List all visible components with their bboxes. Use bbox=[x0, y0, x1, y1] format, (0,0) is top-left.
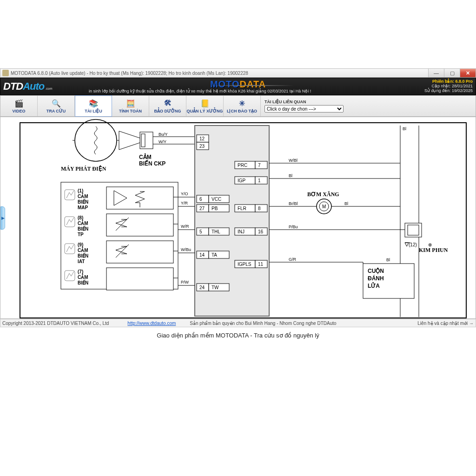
window-titlebar: MOTODATA 6.8.0 (Auto live update) - Ho t… bbox=[0, 68, 476, 78]
related-select[interactable]: Click o day de chon ---> bbox=[264, 105, 344, 112]
svg-rect-27 bbox=[197, 195, 209, 203]
svg-text:IGPLS: IGPLS bbox=[238, 262, 251, 267]
svg-text:W/Y: W/Y bbox=[159, 139, 166, 144]
svg-text:W/R: W/R bbox=[181, 224, 189, 229]
svg-text:G/R: G/R bbox=[289, 257, 297, 262]
svg-text:Br/Bl: Br/Bl bbox=[289, 201, 298, 206]
svg-line-6 bbox=[119, 143, 140, 150]
status-license: Sản phẩm bản quyền cho Bui Minh Hang - N… bbox=[190, 321, 336, 326]
diagram-viewport[interactable]: ▶ MÁY PHÁT ĐIỆN Bu/Y W/Y CẢMBIẾN CKP bbox=[0, 117, 476, 319]
svg-text:5: 5 bbox=[199, 229, 202, 234]
svg-text:W/Bl: W/Bl bbox=[289, 158, 298, 163]
toolbar-icon: 🧮 bbox=[126, 99, 136, 108]
svg-line-5 bbox=[119, 131, 140, 138]
svg-text:11: 11 bbox=[258, 262, 264, 267]
svg-rect-79 bbox=[408, 225, 419, 235]
toolbar-video[interactable]: 🎬VIDEO bbox=[0, 96, 38, 116]
svg-rect-8 bbox=[141, 134, 145, 147]
window-title: MOTODATA 6.8.0 (Auto live update) - Ho t… bbox=[11, 71, 428, 76]
svg-text:6: 6 bbox=[199, 197, 202, 202]
toolbar-quản-lý-xưởng[interactable]: 📒QUẢN LÝ XƯỞNG bbox=[186, 96, 224, 116]
svg-rect-25 bbox=[255, 177, 267, 184]
svg-text:Bl: Bl bbox=[344, 201, 348, 206]
svg-text:TA: TA bbox=[212, 252, 217, 258]
svg-text:P/Bu: P/Bu bbox=[289, 225, 298, 229]
toolbar-icon: 📒 bbox=[200, 99, 210, 108]
toolbar-tài-liệu[interactable]: 📚TÀI LIỆU bbox=[75, 95, 112, 117]
svg-rect-39 bbox=[197, 228, 209, 235]
svg-rect-37 bbox=[255, 205, 267, 212]
toolbar-tra-cứu[interactable]: 🔍TRA CỨU bbox=[38, 96, 75, 116]
status-copyright: Copyright 2013-2021 DTDAUTO VIETNAM Co.,… bbox=[2, 321, 109, 326]
image-caption: Giao diện phần mềm MOTODATA - Tra cứu sơ… bbox=[0, 327, 476, 344]
label-generator: MÁY PHÁT ĐIỆN bbox=[61, 165, 106, 172]
svg-text:Y/O: Y/O bbox=[181, 192, 188, 196]
svg-text:⊗: ⊗ bbox=[428, 242, 432, 247]
svg-text:M: M bbox=[322, 204, 326, 209]
close-button[interactable]: ✕ bbox=[460, 69, 476, 77]
toolbar-icon: 🛠 bbox=[163, 99, 173, 108]
svg-rect-91 bbox=[106, 214, 173, 236]
svg-text:P/W: P/W bbox=[181, 280, 189, 284]
toolbar-lịch-đào-tạo[interactable]: ✳LỊCH ĐÀO TẠO bbox=[224, 96, 261, 116]
svg-rect-21 bbox=[255, 161, 267, 169]
status-url[interactable]: http://www.dtdauto.com bbox=[127, 321, 176, 326]
main-toolbar: 🎬VIDEO🔍TRA CỨU📚TÀI LIỆU🧮TÍNH TOÁN🛠BẢO DƯ… bbox=[0, 95, 476, 117]
svg-text:PB: PB bbox=[212, 206, 218, 211]
svg-rect-95 bbox=[106, 241, 173, 263]
svg-text:Bl: Bl bbox=[403, 126, 406, 131]
banner-subtitle: in sinh lớp bồi dưỡng kỹ thuật sửa chữa … bbox=[89, 89, 311, 93]
svg-text:FLR: FLR bbox=[238, 206, 246, 211]
svg-rect-99 bbox=[106, 268, 173, 290]
svg-text:14: 14 bbox=[199, 252, 205, 258]
svg-text:CẢMBIẾN CKP: CẢMBIẾN CKP bbox=[139, 153, 165, 167]
wiring-diagram: MÁY PHÁT ĐIỆN Bu/Y W/Y CẢMBIẾN CKP 1223P… bbox=[0, 117, 476, 319]
svg-text:PRC: PRC bbox=[238, 163, 247, 168]
svg-text:27: 27 bbox=[199, 206, 205, 211]
brand-logo: DTDAuto.com bbox=[3, 80, 52, 93]
minimize-button[interactable]: — bbox=[428, 69, 444, 77]
svg-text:12: 12 bbox=[199, 136, 205, 141]
toolbar-icon: 🎬 bbox=[14, 99, 24, 108]
svg-text:W/Bu: W/Bu bbox=[181, 247, 191, 252]
svg-text:24: 24 bbox=[199, 285, 205, 290]
svg-text:7: 7 bbox=[258, 163, 261, 168]
svg-text:THL: THL bbox=[212, 229, 220, 234]
app-icon bbox=[2, 70, 9, 76]
svg-text:1: 1 bbox=[258, 178, 261, 183]
svg-text:INJ: INJ bbox=[238, 229, 245, 234]
svg-text:VCC: VCC bbox=[212, 197, 221, 202]
toolbar-bảo-dưỡng[interactable]: 🛠BẢO DƯỠNG bbox=[149, 96, 186, 116]
svg-text:16: 16 bbox=[258, 229, 264, 234]
version-info: Phiên bản: 6.8.0 Pro Cập nhật: 28/01/202… bbox=[424, 79, 473, 93]
label-injector: KIM PHUN bbox=[419, 247, 448, 253]
svg-text:Bu/Y: Bu/Y bbox=[159, 132, 168, 137]
svg-text:Bl: Bl bbox=[289, 173, 292, 178]
related-docs: TÀI LIỆU LIÊN QUAN Click o day de chon -… bbox=[264, 96, 344, 116]
status-contact[interactable]: Liên hệ và cập nhật mới → bbox=[417, 321, 474, 326]
svg-text:(12): (12) bbox=[409, 242, 417, 247]
label-fuel-pump: BƠM XĂNG bbox=[307, 191, 339, 198]
app-window: MOTODATA 6.8.0 (Auto live update) - Ho t… bbox=[0, 68, 476, 327]
app-banner: DTDAuto.com in sinh lớp bồi dưỡng kỹ thu… bbox=[0, 78, 476, 95]
toolbar-icon: 🔍 bbox=[51, 99, 61, 108]
toolbar-icon: ✳ bbox=[237, 99, 247, 108]
svg-text:23: 23 bbox=[199, 144, 205, 149]
svg-text:TW: TW bbox=[212, 285, 219, 290]
svg-text:8: 8 bbox=[258, 206, 261, 211]
product-logo: MOTODATA bbox=[210, 79, 266, 90]
toolbar-icon: 📚 bbox=[88, 99, 99, 108]
toolbar-tính-toán[interactable]: 🧮TÍNH TOÁN bbox=[112, 96, 149, 116]
maximize-button[interactable]: ▢ bbox=[444, 69, 460, 77]
status-bar: Copyright 2013-2021 DTDAUTO VIETNAM Co.,… bbox=[0, 319, 476, 327]
svg-text:IGP: IGP bbox=[238, 178, 246, 183]
svg-text:Bl: Bl bbox=[386, 258, 390, 262]
svg-text:Y/R: Y/R bbox=[181, 201, 188, 205]
